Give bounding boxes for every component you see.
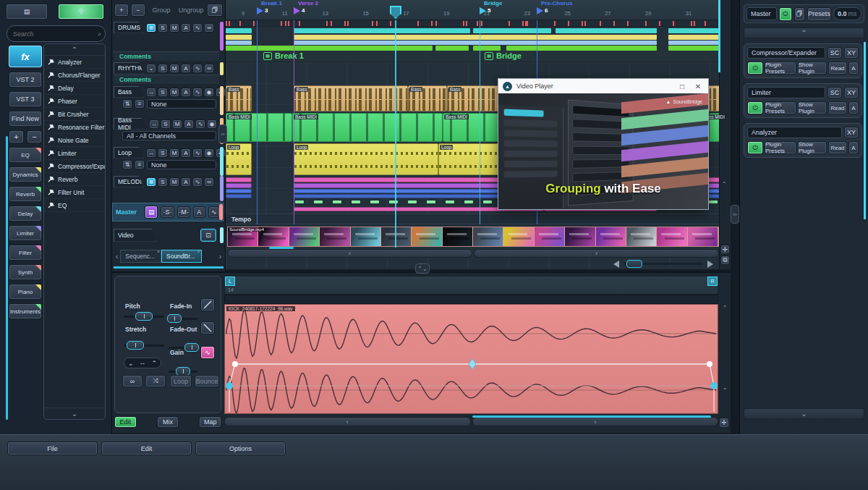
clip[interactable]: Bass (294, 85, 408, 111)
close-icon[interactable]: × (197, 249, 200, 254)
marker-flag[interactable]: 6 (537, 7, 548, 14)
clip[interactable]: Bass MIDI (226, 113, 292, 142)
maximize-button[interactable]: □ (676, 83, 688, 90)
solo-button[interactable]: S (158, 148, 168, 158)
track-row[interactable]: Loop ↔ S M A ∿ ◉ ◀ ⇅ ≡ None (114, 147, 224, 169)
zoom-out-icon[interactable] (613, 261, 619, 268)
plugin-item[interactable]: Bit Crusher (44, 108, 105, 121)
menu-icon[interactable]: ≡ (135, 160, 145, 169)
tab-map[interactable]: Map (199, 416, 221, 428)
automation-button[interactable]: A (181, 148, 191, 158)
plugin-item[interactable]: Chorus/Flanger (44, 69, 105, 82)
category-reverb[interactable]: Reverb (9, 186, 42, 202)
collapse-up-bar[interactable]: ⌃ (744, 28, 864, 38)
zoom-slider-handle[interactable] (626, 260, 642, 268)
midi-channel-select[interactable]: All - All Channels (122, 131, 216, 140)
pages-icon[interactable]: ⧉ (720, 255, 730, 265)
plugin-item[interactable]: Analyzer (44, 56, 105, 69)
arrange-scroll-right[interactable]: › (474, 249, 719, 258)
panel-resize-handle[interactable]: ‹› (218, 124, 227, 143)
link-icon[interactable]: ∞ (204, 23, 214, 33)
fade-out-curve-button[interactable] (200, 321, 215, 334)
gain-envelope-button[interactable]: ∿ (200, 346, 215, 359)
io-icon[interactable]: ⇅ (122, 160, 132, 169)
overview-lane-green[interactable] (226, 46, 731, 51)
track-row[interactable]: Bass ↔ S M A ∿ ◉ ◀ ⇅ ≡ None (114, 86, 224, 109)
plugin-list-scroll-down[interactable]: ⌄ (44, 407, 105, 419)
editor-subruler[interactable] (224, 295, 718, 304)
move-tool-icon[interactable]: ✛ (720, 245, 730, 254)
browser-layout-button[interactable]: ▤ (6, 4, 48, 20)
transpose-stepper[interactable]: ⌄ -- ⌃ (124, 358, 161, 368)
chevron-down-icon[interactable]: ⌄ (146, 64, 156, 73)
scroll-up-icon[interactable]: ⌃ (720, 181, 728, 190)
marker-flag[interactable]: 4 (294, 7, 305, 14)
zoom-in-icon[interactable] (707, 261, 713, 268)
curve-icon[interactable]: ∿ (195, 119, 205, 129)
show-plugin-button[interactable]: Show Plugin (798, 101, 827, 114)
loop-end-handle[interactable]: R (707, 276, 718, 286)
category-limiter[interactable]: Limiter (9, 225, 42, 241)
video-thumbnail[interactable] (412, 227, 442, 246)
tab-fx[interactable]: fx (9, 46, 42, 67)
marker-flag[interactable]: 3 (257, 7, 268, 14)
menu-edit[interactable]: Edit (101, 442, 192, 455)
mute-button[interactable]: M (169, 88, 179, 97)
playhead-line[interactable] (395, 20, 396, 248)
read-button[interactable]: Read (828, 141, 847, 154)
category-add-button[interactable]: + (9, 130, 24, 143)
timeline-ruler[interactable]: 91113151719212325272931333Break 14Verse … (226, 0, 731, 20)
plugin-item[interactable]: Delay (44, 82, 105, 95)
plugin-presets-button[interactable]: Plugin Presets (765, 141, 796, 154)
output-select[interactable]: None (147, 99, 216, 109)
plugin-item[interactable]: EQ (44, 199, 105, 212)
group-button[interactable]: Group (148, 4, 175, 17)
video-thumbnail[interactable] (688, 227, 718, 246)
track-row[interactable]: Bass MIDI ↔ S M A ∿ ◉ All - All Channels (114, 118, 224, 140)
record-arm-button[interactable]: ◉ (204, 148, 214, 158)
category-synth[interactable]: Synth (9, 264, 42, 280)
mute-button[interactable]: M (169, 177, 179, 187)
show-plugin-button[interactable]: Show Plugin (798, 62, 827, 75)
trash-icon[interactable]: 🗍 (794, 7, 806, 21)
automation-button[interactable]: A (848, 62, 859, 75)
arrange-comment[interactable]: ▤Break 1 (263, 51, 304, 60)
automation-button[interactable]: A (181, 64, 191, 73)
arrange-comment[interactable]: ▤Bridge (485, 51, 522, 60)
sidechain-button[interactable]: SC (827, 87, 842, 98)
gain-slider[interactable] (169, 371, 197, 373)
video-thumbnail[interactable] (626, 227, 657, 246)
mute-button[interactable]: M (172, 119, 182, 129)
category-remove-button[interactable]: − (27, 130, 42, 143)
editor-ruler[interactable]: L R 14 (224, 276, 718, 295)
group-fold-icon[interactable]: ≋ (146, 23, 156, 33)
video-thumbnail[interactable] (443, 227, 473, 246)
clip[interactable] (226, 189, 252, 193)
link-icon[interactable]: ∞ (204, 177, 214, 187)
video-thumbnail-strip[interactable] (227, 227, 719, 247)
track-row[interactable]: MELODI... ≋ S M A ∿ ∞ (114, 176, 224, 187)
chevron-down-icon[interactable]: ⌄ (128, 360, 134, 367)
clip[interactable]: Bass (226, 85, 252, 111)
menu-icon[interactable]: ≡ (135, 99, 145, 109)
insert-name-field[interactable]: Compressor/Expander (747, 47, 825, 59)
delete-track-button[interactable]: 🗍 (207, 4, 223, 17)
power-icon[interactable]: ⏻ (747, 141, 763, 154)
clip[interactable]: Loop (294, 143, 438, 175)
panel-resize-handle[interactable]: ‹› (731, 205, 739, 224)
menu-file[interactable]: File (7, 442, 98, 455)
tempo-lane[interactable]: Tempo (226, 214, 731, 224)
track-row[interactable]: DRUMS ≋ S M A ∿ ∞ (114, 22, 224, 33)
ungroup-button[interactable]: Ungroup (177, 4, 205, 17)
track-name[interactable]: Loop (114, 147, 144, 159)
close-button[interactable]: ✕ (692, 83, 704, 90)
overview-lane-rhythm[interactable] (226, 35, 731, 40)
tab-sequence[interactable]: Sequenc...× (120, 250, 161, 263)
zoom-slider[interactable] (624, 263, 703, 265)
close-icon[interactable]: × (157, 249, 160, 254)
output-select[interactable]: None (147, 160, 216, 169)
panel-resize-handle[interactable]: ⌃⌄ (415, 263, 430, 274)
plugin-item[interactable]: Reverb (44, 173, 105, 186)
track-name[interactable]: DRUMS (114, 22, 144, 33)
category-piano[interactable]: Piano (9, 284, 42, 300)
